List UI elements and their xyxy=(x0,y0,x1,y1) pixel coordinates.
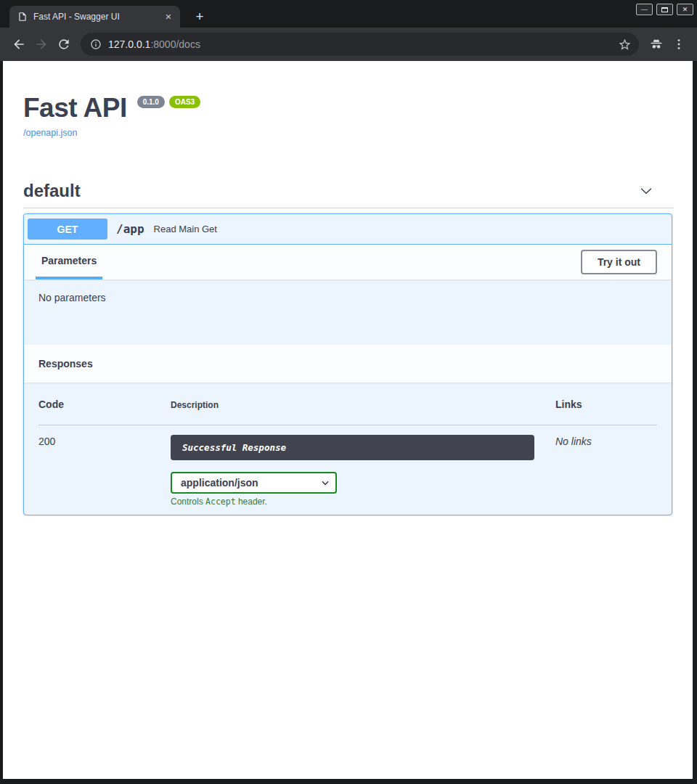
kebab-menu-icon xyxy=(672,37,686,52)
maximize-button[interactable] xyxy=(656,4,673,15)
response-description-box: Successful Response xyxy=(171,435,534,460)
responses-header: Responses xyxy=(24,345,672,383)
browser-tab[interactable]: Fast API - Swagger UI × xyxy=(9,6,180,28)
accept-header-hint: Controls Accept header. xyxy=(171,497,555,507)
site-info-icon[interactable] xyxy=(90,38,102,50)
operation-summary[interactable]: GET /app Read Main Get xyxy=(24,214,672,245)
try-it-out-button[interactable]: Try it out xyxy=(581,250,657,274)
accept-code: Accept xyxy=(205,497,236,507)
version-badge: 0.1.0 xyxy=(137,96,165,108)
responses-body: Code Description Links 200 Successful Re… xyxy=(24,383,672,515)
tab-strip: Fast API - Swagger UI × + — ✕ xyxy=(0,0,697,28)
responses-table-header: Code Description Links xyxy=(38,399,657,410)
tag-section-title: default xyxy=(23,181,81,201)
page-content: Fast API 0.1.0 OAS3 /openapi.json defaul… xyxy=(3,61,693,779)
table-divider xyxy=(38,425,657,425)
no-parameters-message: No parameters xyxy=(38,292,106,303)
browser-menu-button[interactable] xyxy=(667,33,690,56)
column-header-code: Code xyxy=(38,399,171,410)
tab-title: Fast API - Swagger UI xyxy=(33,12,157,22)
response-row: 200 Successful Response application/json… xyxy=(38,435,657,507)
media-type-select[interactable]: application/json xyxy=(171,472,337,494)
api-info: Fast API 0.1.0 OAS3 /openapi.json xyxy=(23,94,674,139)
operation-block: GET /app Read Main Get Parameters Try it… xyxy=(23,213,672,515)
forward-arrow-icon xyxy=(34,37,49,52)
maximize-icon xyxy=(661,7,668,12)
openapi-spec-link[interactable]: /openapi.json xyxy=(23,128,77,138)
reload-icon xyxy=(57,37,71,52)
tab-parameters[interactable]: Parameters xyxy=(36,245,102,279)
bookmark-star-icon xyxy=(618,38,632,52)
browser-toolbar: 127.0.0.1:8000/docs xyxy=(0,28,697,61)
response-code: 200 xyxy=(38,435,171,447)
bookmark-button[interactable] xyxy=(617,37,632,52)
back-button[interactable] xyxy=(7,33,30,56)
response-description-cell: Successful Response application/json Con… xyxy=(171,435,555,507)
new-tab-button[interactable]: + xyxy=(192,9,208,25)
parameters-header: Parameters Try it out xyxy=(24,245,672,279)
responses-heading: Responses xyxy=(38,358,93,369)
incognito-icon xyxy=(649,37,664,52)
tab-close-icon[interactable]: × xyxy=(163,11,174,23)
column-header-links: Links xyxy=(555,399,657,410)
chevron-down-icon xyxy=(638,183,654,199)
tag-section-header[interactable]: default xyxy=(23,181,674,208)
address-bar[interactable]: 127.0.0.1:8000/docs xyxy=(81,33,639,56)
window-controls: — ✕ xyxy=(636,4,693,15)
reload-button[interactable] xyxy=(52,33,75,56)
column-header-description: Description xyxy=(171,399,555,410)
close-button[interactable]: ✕ xyxy=(677,4,693,15)
url-path: :8000/docs xyxy=(150,38,200,50)
parameters-body: No parameters xyxy=(24,279,672,345)
operation-description: Read Main Get xyxy=(154,224,217,234)
incognito-avatar-button[interactable] xyxy=(645,33,667,56)
url-host: 127.0.0.1 xyxy=(108,38,150,50)
url-text[interactable]: 127.0.0.1:8000/docs xyxy=(108,38,611,50)
page-favicon-icon xyxy=(17,12,28,22)
method-get-button[interactable]: GET xyxy=(28,219,107,240)
minimize-button[interactable]: — xyxy=(636,4,653,15)
forward-button[interactable] xyxy=(30,33,52,56)
operation-path: /app xyxy=(116,222,144,236)
section-collapse-button[interactable] xyxy=(637,182,655,200)
back-arrow-icon xyxy=(12,37,26,52)
page-title: Fast API xyxy=(23,94,127,121)
oas3-badge: OAS3 xyxy=(169,96,200,108)
media-type-control: application/json xyxy=(171,472,337,494)
response-links: No links xyxy=(555,435,657,447)
